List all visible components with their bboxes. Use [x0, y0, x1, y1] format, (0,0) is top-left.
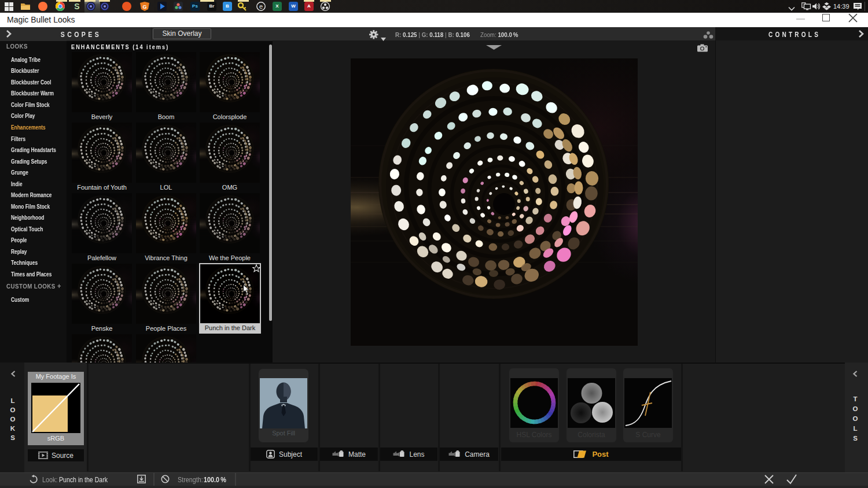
svg-text:G: G [142, 4, 146, 10]
svg-text:e: e [259, 3, 263, 10]
